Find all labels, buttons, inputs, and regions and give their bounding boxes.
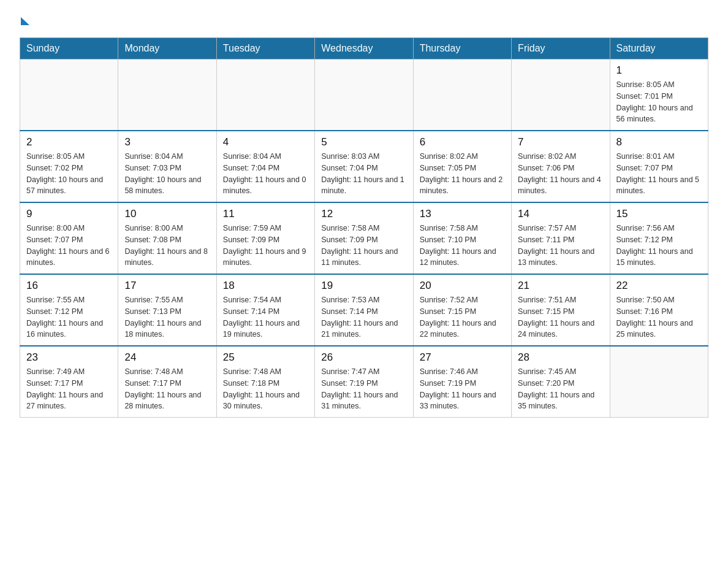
calendar-day-cell (118, 59, 216, 131)
day-number: 19 (321, 280, 406, 292)
day-sun-info: Sunrise: 7:45 AMSunset: 7:20 PMDaylight:… (518, 366, 603, 412)
day-number: 4 (223, 136, 308, 148)
day-sun-info: Sunrise: 7:48 AMSunset: 7:18 PMDaylight:… (223, 366, 308, 412)
day-sun-info: Sunrise: 8:04 AMSunset: 7:03 PMDaylight:… (124, 151, 210, 197)
day-sun-info: Sunrise: 7:50 AMSunset: 7:16 PMDaylight:… (616, 294, 702, 340)
day-sun-info: Sunrise: 7:56 AMSunset: 7:12 PMDaylight:… (616, 223, 702, 269)
day-sun-info: Sunrise: 7:58 AMSunset: 7:10 PMDaylight:… (420, 223, 505, 269)
calendar-day-cell: 28Sunrise: 7:45 AMSunset: 7:20 PMDayligh… (512, 346, 610, 418)
calendar-day-cell: 12Sunrise: 7:58 AMSunset: 7:09 PMDayligh… (315, 202, 413, 274)
day-sun-info: Sunrise: 8:00 AMSunset: 7:07 PMDaylight:… (26, 223, 112, 269)
calendar-day-cell (216, 59, 314, 131)
day-sun-info: Sunrise: 7:58 AMSunset: 7:09 PMDaylight:… (321, 223, 406, 269)
calendar-day-cell: 16Sunrise: 7:55 AMSunset: 7:12 PMDayligh… (20, 274, 118, 346)
day-of-week-header: Saturday (610, 38, 708, 59)
day-of-week-header: Friday (512, 38, 610, 59)
day-number: 15 (616, 208, 702, 220)
day-number: 1 (616, 64, 702, 77)
calendar-week-row: 23Sunrise: 7:49 AMSunset: 7:17 PMDayligh… (20, 346, 708, 418)
day-sun-info: Sunrise: 7:54 AMSunset: 7:14 PMDaylight:… (223, 294, 308, 340)
day-sun-info: Sunrise: 8:05 AMSunset: 7:02 PMDaylight:… (26, 151, 112, 197)
day-sun-info: Sunrise: 7:57 AMSunset: 7:11 PMDaylight:… (518, 223, 603, 269)
calendar-day-cell: 13Sunrise: 7:58 AMSunset: 7:10 PMDayligh… (413, 202, 511, 274)
day-number: 2 (26, 136, 112, 148)
calendar-day-cell: 19Sunrise: 7:53 AMSunset: 7:14 PMDayligh… (315, 274, 413, 346)
day-sun-info: Sunrise: 8:01 AMSunset: 7:07 PMDaylight:… (616, 151, 702, 197)
day-of-week-header: Sunday (20, 38, 118, 59)
calendar-day-cell: 18Sunrise: 7:54 AMSunset: 7:14 PMDayligh… (216, 274, 314, 346)
day-of-week-header: Thursday (413, 38, 511, 59)
calendar-day-cell: 21Sunrise: 7:51 AMSunset: 7:15 PMDayligh… (512, 274, 610, 346)
day-of-week-header: Wednesday (315, 38, 413, 59)
calendar-week-row: 9Sunrise: 8:00 AMSunset: 7:07 PMDaylight… (20, 202, 708, 274)
calendar-day-cell: 1Sunrise: 8:05 AMSunset: 7:01 PMDaylight… (610, 59, 708, 131)
day-sun-info: Sunrise: 7:46 AMSunset: 7:19 PMDaylight:… (420, 366, 505, 412)
day-number: 23 (26, 351, 112, 364)
day-number: 26 (321, 351, 406, 364)
calendar-day-cell: 23Sunrise: 7:49 AMSunset: 7:17 PMDayligh… (20, 346, 118, 418)
logo (20, 15, 29, 25)
calendar-day-cell: 26Sunrise: 7:47 AMSunset: 7:19 PMDayligh… (315, 346, 413, 418)
calendar-week-row: 1Sunrise: 8:05 AMSunset: 7:01 PMDaylight… (20, 59, 708, 131)
calendar-day-cell: 5Sunrise: 8:03 AMSunset: 7:04 PMDaylight… (315, 131, 413, 202)
day-of-week-header: Tuesday (216, 38, 314, 59)
day-sun-info: Sunrise: 7:53 AMSunset: 7:14 PMDaylight:… (321, 294, 406, 340)
calendar-day-cell: 27Sunrise: 7:46 AMSunset: 7:19 PMDayligh… (413, 346, 511, 418)
calendar-day-cell: 22Sunrise: 7:50 AMSunset: 7:16 PMDayligh… (610, 274, 708, 346)
day-sun-info: Sunrise: 8:02 AMSunset: 7:05 PMDaylight:… (420, 151, 505, 197)
day-number: 5 (321, 136, 406, 148)
calendar-day-cell: 17Sunrise: 7:55 AMSunset: 7:13 PMDayligh… (118, 274, 216, 346)
calendar-day-cell: 6Sunrise: 8:02 AMSunset: 7:05 PMDaylight… (413, 131, 511, 202)
calendar-week-row: 16Sunrise: 7:55 AMSunset: 7:12 PMDayligh… (20, 274, 708, 346)
calendar-day-cell (20, 59, 118, 131)
day-sun-info: Sunrise: 7:52 AMSunset: 7:15 PMDaylight:… (420, 294, 505, 340)
calendar-week-row: 2Sunrise: 8:05 AMSunset: 7:02 PMDaylight… (20, 131, 708, 202)
calendar-day-cell: 3Sunrise: 8:04 AMSunset: 7:03 PMDaylight… (118, 131, 216, 202)
calendar-day-cell (315, 59, 413, 131)
calendar-day-cell: 7Sunrise: 8:02 AMSunset: 7:06 PMDaylight… (512, 131, 610, 202)
day-sun-info: Sunrise: 7:55 AMSunset: 7:13 PMDaylight:… (124, 294, 210, 340)
calendar-day-cell: 14Sunrise: 7:57 AMSunset: 7:11 PMDayligh… (512, 202, 610, 274)
calendar-day-cell: 4Sunrise: 8:04 AMSunset: 7:04 PMDaylight… (216, 131, 314, 202)
calendar-day-cell: 10Sunrise: 8:00 AMSunset: 7:08 PMDayligh… (118, 202, 216, 274)
day-number: 6 (420, 136, 505, 148)
calendar-header-row: SundayMondayTuesdayWednesdayThursdayFrid… (20, 38, 708, 59)
day-number: 27 (420, 351, 505, 364)
calendar-day-cell (413, 59, 511, 131)
day-sun-info: Sunrise: 7:48 AMSunset: 7:17 PMDaylight:… (124, 366, 210, 412)
day-sun-info: Sunrise: 8:05 AMSunset: 7:01 PMDaylight:… (616, 79, 702, 125)
day-sun-info: Sunrise: 7:47 AMSunset: 7:19 PMDaylight:… (321, 366, 406, 412)
logo-arrow-icon (21, 17, 29, 25)
calendar-day-cell: 11Sunrise: 7:59 AMSunset: 7:09 PMDayligh… (216, 202, 314, 274)
day-number: 16 (26, 280, 112, 292)
day-number: 9 (26, 208, 112, 220)
calendar-day-cell: 2Sunrise: 8:05 AMSunset: 7:02 PMDaylight… (20, 131, 118, 202)
day-number: 20 (420, 280, 505, 292)
day-sun-info: Sunrise: 8:04 AMSunset: 7:04 PMDaylight:… (223, 151, 308, 197)
calendar-day-cell: 8Sunrise: 8:01 AMSunset: 7:07 PMDaylight… (610, 131, 708, 202)
day-number: 8 (616, 136, 702, 148)
day-number: 17 (124, 280, 210, 292)
day-number: 13 (420, 208, 505, 220)
day-sun-info: Sunrise: 8:03 AMSunset: 7:04 PMDaylight:… (321, 151, 406, 197)
calendar-day-cell: 25Sunrise: 7:48 AMSunset: 7:18 PMDayligh… (216, 346, 314, 418)
day-number: 10 (124, 208, 210, 220)
day-number: 24 (124, 351, 210, 364)
page-header (20, 15, 708, 25)
day-number: 14 (518, 208, 603, 220)
calendar-day-cell (610, 346, 708, 418)
day-sun-info: Sunrise: 7:51 AMSunset: 7:15 PMDaylight:… (518, 294, 603, 340)
day-number: 21 (518, 280, 603, 292)
calendar-table: SundayMondayTuesdayWednesdayThursdayFrid… (20, 37, 708, 418)
day-number: 3 (124, 136, 210, 148)
day-number: 11 (223, 208, 308, 220)
day-number: 18 (223, 280, 308, 292)
day-of-week-header: Monday (118, 38, 216, 59)
day-sun-info: Sunrise: 7:55 AMSunset: 7:12 PMDaylight:… (26, 294, 112, 340)
calendar-day-cell (512, 59, 610, 131)
day-number: 7 (518, 136, 603, 148)
day-sun-info: Sunrise: 7:59 AMSunset: 7:09 PMDaylight:… (223, 223, 308, 269)
calendar-day-cell: 24Sunrise: 7:48 AMSunset: 7:17 PMDayligh… (118, 346, 216, 418)
day-number: 22 (616, 280, 702, 292)
calendar-day-cell: 15Sunrise: 7:56 AMSunset: 7:12 PMDayligh… (610, 202, 708, 274)
